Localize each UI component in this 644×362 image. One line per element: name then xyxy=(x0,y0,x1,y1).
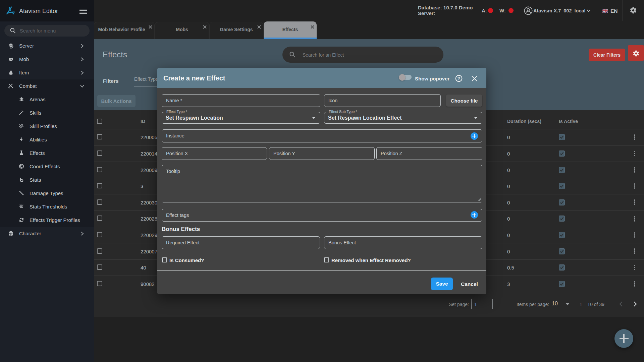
svg-text:?: ? xyxy=(458,76,461,81)
